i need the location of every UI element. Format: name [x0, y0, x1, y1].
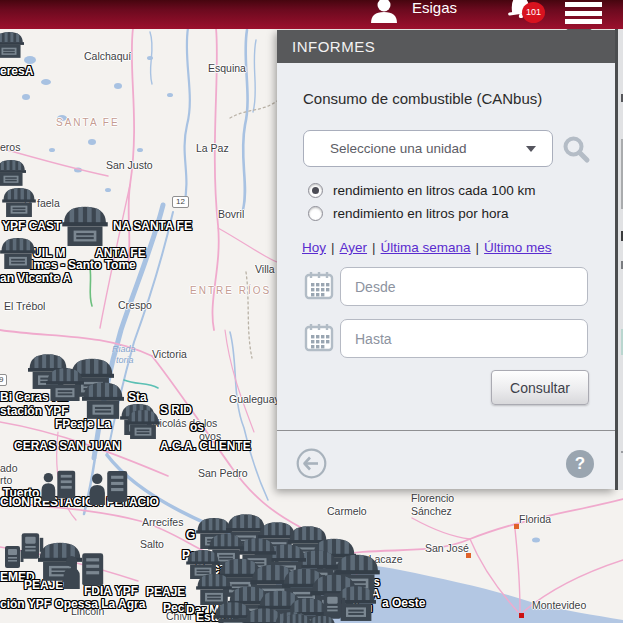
- chevron-down-icon: [526, 146, 536, 152]
- right-panel-sliver: [615, 29, 623, 490]
- report-heading: Consumo de combustible (CANbus): [303, 90, 542, 107]
- store-marker[interactable]: [126, 408, 160, 439]
- store-marker[interactable]: [0, 236, 36, 269]
- unit-select-placeholder: Seleccione una unidad: [330, 141, 467, 156]
- link-ayer[interactable]: Ayer: [340, 240, 368, 255]
- search-icon: [561, 134, 591, 164]
- consultar-button[interactable]: Consultar: [491, 370, 589, 405]
- store-marker[interactable]: [308, 614, 336, 623]
- station-label: os: [190, 420, 204, 434]
- city-label: Sánchez: [411, 505, 452, 517]
- poi-dot: [466, 553, 471, 558]
- link-ultimo-mes[interactable]: Último mes: [484, 240, 552, 255]
- back-arrow-icon: [296, 448, 327, 479]
- route-shield: 12: [172, 196, 189, 208]
- top-header-bar: Esigas 101: [0, 0, 623, 29]
- station-label: eresA: [0, 64, 33, 78]
- station-label: a Oeste: [382, 596, 425, 610]
- city-label: Villa: [255, 263, 275, 275]
- date-to-input[interactable]: [340, 319, 588, 358]
- store-marker[interactable]: [0, 158, 26, 186]
- station-label: YPF CAST: [2, 219, 61, 233]
- city-label: Carmelo: [327, 505, 367, 517]
- city-label: eros: [0, 141, 20, 153]
- link-hoy[interactable]: Hoy: [302, 240, 326, 255]
- city-label: rto: [0, 474, 12, 486]
- city-label: ado: [0, 462, 18, 474]
- city-label: Arrecifes: [142, 516, 183, 528]
- help-button[interactable]: ?: [566, 450, 594, 478]
- user-menu[interactable]: Esigas: [368, 0, 457, 23]
- calendar-icon[interactable]: [304, 322, 334, 352]
- station-label: Imes - Santo Tome: [30, 258, 136, 272]
- water-label: toria: [116, 355, 134, 365]
- panel-title: INFORMES: [277, 30, 615, 63]
- city-label: Florencio: [411, 492, 454, 504]
- city-label: Calchaquí: [84, 50, 131, 62]
- city-label: San Justo: [106, 159, 153, 171]
- city-label: San José: [425, 542, 469, 554]
- city-label: Victoria: [152, 348, 187, 360]
- agent-marker[interactable]: [40, 468, 76, 501]
- city-label: La Paz: [196, 142, 229, 154]
- radio-selected-icon[interactable]: [308, 183, 323, 198]
- radio-option-litros-hora[interactable]: rendimiento en litros por hora: [308, 206, 509, 221]
- user-name-label: Esigas: [412, 0, 457, 16]
- store-marker[interactable]: [62, 204, 108, 246]
- user-icon: [368, 0, 400, 23]
- link-ultima-semana[interactable]: Última semana: [381, 240, 471, 255]
- station-label: G: [186, 528, 195, 542]
- station-label: Peci: [163, 601, 188, 615]
- region-label: SANTA FE: [56, 117, 120, 128]
- station-label: stación YPF: [0, 404, 68, 418]
- date-from-input[interactable]: [340, 267, 588, 306]
- store-marker[interactable]: [2, 186, 36, 217]
- store-marker[interactable]: [0, 30, 24, 58]
- agent-marker[interactable]: [88, 468, 128, 505]
- station-label: ción YPF Opessa La Agra: [0, 597, 145, 611]
- city-label: Nicolás de los: [152, 417, 217, 429]
- city-label: Esquina: [208, 62, 246, 74]
- city-label: Florida: [519, 513, 551, 525]
- city-label: faela: [37, 197, 60, 209]
- station-label: A.C.A. CLIENTE: [160, 439, 251, 453]
- city-label: Crespo: [118, 299, 152, 311]
- route-shield: 9: [0, 374, 7, 386]
- station-label: CION RESTACION PETACIO: [0, 495, 159, 509]
- unit-select-dropdown[interactable]: Seleccione una unidad: [303, 130, 553, 167]
- city-label: Salto: [140, 538, 164, 550]
- station-label: FPeaje La: [55, 417, 111, 431]
- station-label: CERAS SAN JUAN: [14, 439, 121, 453]
- pump-marker[interactable]: [0, 545, 26, 569]
- poi-dot: [514, 524, 519, 529]
- region-label: ENTRE RÍOS: [190, 285, 271, 296]
- back-button[interactable]: [296, 448, 327, 479]
- station-label: PEAJE: [146, 585, 185, 599]
- notification-count-badge: 101: [522, 2, 545, 23]
- agent-marker[interactable]: [62, 550, 104, 589]
- city-label: El Trébol: [4, 300, 45, 312]
- quick-range-links: Hoy|Ayer|Última semana|Último mes: [302, 240, 552, 255]
- store-marker[interactable]: [46, 366, 84, 401]
- search-unit-button[interactable]: [561, 134, 591, 164]
- city-label: Bovril: [218, 208, 244, 220]
- radio-unselected-icon[interactable]: [308, 206, 323, 221]
- calendar-icon[interactable]: [304, 270, 334, 300]
- station-label: NA SANTA FE: [113, 219, 192, 233]
- city-label: Montevideo: [532, 599, 586, 611]
- panel-footer-divider: [277, 430, 615, 431]
- water-label: Riada: [112, 344, 136, 354]
- station-label: an Vicente A: [0, 271, 71, 285]
- radio-option-litros-100km[interactable]: rendimiento en litros cada 100 km: [308, 183, 536, 198]
- menu-button[interactable]: [565, 2, 602, 28]
- city-label: Gualeguay: [229, 393, 280, 405]
- station-label: S RID: [160, 403, 192, 417]
- store-marker[interactable]: [82, 380, 124, 419]
- city-label: San Pedro: [198, 467, 248, 479]
- poi-dot: [519, 613, 524, 618]
- hamburger-icon: [565, 2, 602, 7]
- informes-panel: INFORMES Consumo de combustible (CANbus)…: [277, 30, 615, 489]
